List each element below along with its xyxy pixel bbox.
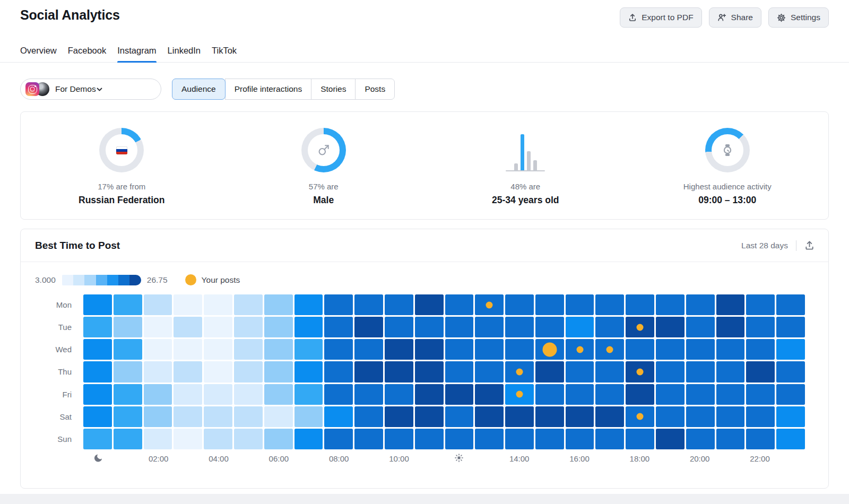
heatmap-cell[interactable]	[144, 406, 172, 427]
heatmap-cell[interactable]	[505, 384, 534, 405]
heatmap-cell[interactable]	[535, 384, 564, 405]
post-dot[interactable]	[542, 342, 557, 357]
heatmap-cell[interactable]	[595, 429, 624, 449]
segment-posts[interactable]: Posts	[355, 79, 395, 100]
heatmap-cell[interactable]	[83, 406, 112, 427]
heatmap-cell[interactable]	[264, 317, 293, 337]
heatmap-cell[interactable]	[566, 317, 594, 337]
heatmap-cell[interactable]	[354, 339, 383, 360]
heatmap-cell[interactable]	[354, 429, 383, 449]
heatmap-cell[interactable]	[746, 317, 775, 337]
post-dot[interactable]	[637, 368, 644, 375]
heatmap-cell[interactable]	[385, 406, 413, 427]
heatmap-cell[interactable]	[776, 339, 805, 360]
heatmap-cell[interactable]	[114, 339, 142, 360]
heatmap-cell[interactable]	[716, 339, 745, 360]
heatmap-cell[interactable]	[716, 294, 745, 315]
heatmap-cell[interactable]	[114, 294, 142, 315]
heatmap-cell[interactable]	[264, 294, 293, 315]
heatmap-cell[interactable]	[746, 361, 775, 382]
heatmap-cell[interactable]	[174, 384, 202, 405]
heatmap-cell[interactable]	[535, 361, 564, 382]
heatmap-cell[interactable]	[445, 317, 474, 337]
heatmap-cell[interactable]	[204, 384, 232, 405]
heatmap-cell[interactable]	[595, 384, 624, 405]
heatmap-cell[interactable]	[264, 361, 293, 382]
heatmap-cell[interactable]	[656, 339, 685, 360]
heatmap-cell[interactable]	[114, 384, 142, 405]
post-dot[interactable]	[486, 301, 493, 308]
heatmap-cell[interactable]	[595, 361, 624, 382]
heatmap-cell[interactable]	[234, 406, 263, 427]
heatmap-cell[interactable]	[264, 429, 293, 449]
heatmap-cell[interactable]	[445, 384, 474, 405]
heatmap-cell[interactable]	[716, 429, 745, 449]
heatmap-cell[interactable]	[324, 429, 353, 449]
heatmap-cell[interactable]	[475, 406, 504, 427]
heatmap-cell[interactable]	[716, 406, 745, 427]
heatmap-cell[interactable]	[686, 294, 715, 315]
heatmap-cell[interactable]	[294, 384, 323, 405]
heatmap-cell[interactable]	[415, 317, 444, 337]
heatmap-cell[interactable]	[234, 384, 263, 405]
heatmap-cell[interactable]	[144, 384, 172, 405]
heatmap-cell[interactable]	[475, 361, 504, 382]
post-dot[interactable]	[516, 391, 523, 398]
heatmap-cell[interactable]	[626, 361, 654, 382]
heatmap-cell[interactable]	[776, 317, 805, 337]
heatmap-cell[interactable]	[505, 317, 534, 337]
heatmap-cell[interactable]	[114, 317, 142, 337]
tab-facebook[interactable]: Facebook	[68, 46, 106, 62]
heatmap-cell[interactable]	[385, 339, 413, 360]
heatmap-cell[interactable]	[144, 294, 172, 315]
heatmap-cell[interactable]	[294, 339, 323, 360]
heatmap-cell[interactable]	[475, 429, 504, 449]
heatmap-cell[interactable]	[656, 429, 685, 449]
heatmap-cell[interactable]	[475, 384, 504, 405]
heatmap-cell[interactable]	[776, 384, 805, 405]
heatmap-cell[interactable]	[174, 317, 202, 337]
heatmap-cell[interactable]	[535, 294, 564, 315]
heatmap-cell[interactable]	[83, 339, 112, 360]
heatmap-cell[interactable]	[324, 339, 353, 360]
heatmap-cell[interactable]	[566, 294, 594, 315]
heatmap-cell[interactable]	[294, 361, 323, 382]
segment-audience[interactable]: Audience	[172, 79, 226, 100]
heatmap-cell[interactable]	[174, 294, 202, 315]
heatmap-cell[interactable]	[566, 406, 594, 427]
heatmap-cell[interactable]	[595, 406, 624, 427]
heatmap-cell[interactable]	[626, 339, 654, 360]
heatmap-cell[interactable]	[354, 384, 383, 405]
heatmap-cell[interactable]	[114, 361, 142, 382]
heatmap-cell[interactable]	[83, 361, 112, 382]
heatmap-cell[interactable]	[83, 384, 112, 405]
heatmap-cell[interactable]	[776, 294, 805, 315]
heatmap-cell[interactable]	[385, 429, 413, 449]
heatmap-cell[interactable]	[234, 339, 263, 360]
heatmap-cell[interactable]	[324, 384, 353, 405]
heatmap-cell[interactable]	[324, 317, 353, 337]
segment-profile-interactions[interactable]: Profile interactions	[225, 79, 312, 100]
heatmap-cell[interactable]	[294, 406, 323, 427]
heatmap-cell[interactable]	[716, 361, 745, 382]
heatmap-cell[interactable]	[174, 406, 202, 427]
heatmap-cell[interactable]	[385, 361, 413, 382]
heatmap-cell[interactable]	[354, 361, 383, 382]
heatmap-cell[interactable]	[204, 294, 232, 315]
tab-linkedin[interactable]: LinkedIn	[168, 46, 201, 62]
heatmap-cell[interactable]	[83, 429, 112, 449]
heatmap-cell[interactable]	[174, 339, 202, 360]
heatmap-cell[interactable]	[626, 294, 654, 315]
segment-stories[interactable]: Stories	[311, 79, 356, 100]
heatmap-cell[interactable]	[324, 294, 353, 315]
heatmap-cell[interactable]	[566, 384, 594, 405]
heatmap-cell[interactable]	[656, 384, 685, 405]
heatmap-cell[interactable]	[776, 361, 805, 382]
heatmap-cell[interactable]	[144, 339, 172, 360]
post-dot[interactable]	[576, 346, 583, 353]
heatmap-cell[interactable]	[535, 339, 564, 360]
heatmap-cell[interactable]	[595, 317, 624, 337]
heatmap-cell[interactable]	[475, 317, 504, 337]
export-to-pdf-button[interactable]: Export to PDF	[620, 7, 701, 28]
heatmap-cell[interactable]	[535, 429, 564, 449]
